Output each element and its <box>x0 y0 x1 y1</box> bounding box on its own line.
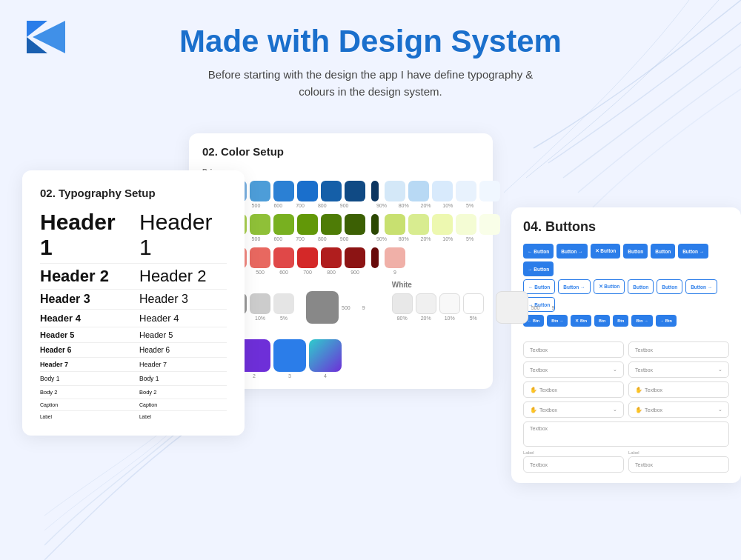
label-bold-label: Label <box>40 414 122 419</box>
btn-row-1: ← Button Button → ✕ Button Button Button… <box>523 244 729 276</box>
btn-primary-6[interactable]: Button → <box>678 244 708 259</box>
input-row-3: ✋ Textbox ✋ Textbox <box>523 381 729 398</box>
page-subtitle: Before starting with the design the app … <box>207 67 534 100</box>
input-section: Textbox Textbox Textbox ⌄ Textbox ⌄ <box>523 341 729 473</box>
white-swatches <box>392 293 484 314</box>
btn-small-7[interactable]: → Btn <box>656 315 677 327</box>
btn-primary-5[interactable]: Button <box>651 244 675 259</box>
textbox-bottom-2[interactable]: Textbox <box>628 456 729 473</box>
h7-light-label: Header 7 <box>139 361 227 368</box>
buttons-card-title: 04. Buttons <box>523 219 729 235</box>
caption-light-label: Caption <box>139 402 227 407</box>
textbox-bottom-1-label: Textbox <box>530 462 548 467</box>
person-icon-2: ✋ <box>635 387 642 393</box>
bg-arcs-bottom <box>44 427 193 560</box>
btn-small-6[interactable]: Btn → <box>631 315 652 327</box>
primary-label: Primary <box>202 168 479 176</box>
body1-light-label: Body 1 <box>139 375 227 382</box>
green-20 <box>432 214 453 235</box>
textbox-1-label: Textbox <box>530 347 548 353</box>
btn-small-4[interactable]: Btn <box>594 315 610 327</box>
gray-lighter <box>273 293 294 314</box>
lbl-500: 500 <box>247 203 266 208</box>
swatch-80 <box>408 181 429 201</box>
lbl-900: 900 <box>335 203 354 208</box>
swatch-10 <box>456 181 476 201</box>
btn-primary-4[interactable]: Button <box>623 244 648 259</box>
swatch-900 <box>345 181 365 201</box>
btn-outline-3[interactable]: ✕ Button <box>594 279 625 294</box>
lbl-600: 600 <box>268 203 288 208</box>
icon-dropdown-1-label: Textbox <box>539 407 611 413</box>
btn-outline-4[interactable]: Button <box>628 279 654 294</box>
swatch-500 <box>250 181 270 201</box>
red-900 <box>345 247 365 268</box>
textbox-bottom-1[interactable]: Textbox <box>523 456 624 473</box>
h3-light-label: Header 3 <box>139 293 227 306</box>
gray-500-swatch <box>306 291 339 324</box>
textbox-2-label: Textbox <box>635 347 653 353</box>
textbox-bottom-2-label: Textbox <box>635 462 653 467</box>
h2-light-label: Header 2 <box>139 267 227 286</box>
textarea-1[interactable]: Textbox <box>523 421 729 447</box>
lbl-10p: 10% <box>438 203 457 208</box>
green-90 <box>385 214 405 235</box>
person-icon-4: ✋ <box>635 407 642 413</box>
gray-500-swatch-area: 500 9 <box>306 291 374 324</box>
input-row-4: ✋ Textbox ⌄ ✋ Textbox ⌄ <box>523 401 729 418</box>
caption-bold-label: Caption <box>40 402 122 407</box>
icon-dropdown-1[interactable]: ✋ Textbox ⌄ <box>523 401 624 418</box>
dropdown-2[interactable]: Textbox ⌄ <box>628 361 729 378</box>
textbox-2[interactable]: Textbox <box>628 341 729 358</box>
btn-primary-7[interactable]: → Button <box>523 261 554 276</box>
typography-card: 02. Typography Setup Header 1 Header 1 H… <box>22 170 245 436</box>
page-title: Made with Design System <box>179 24 562 59</box>
green-800 <box>321 214 342 235</box>
btn-primary-1[interactable]: ← Button <box>523 244 554 259</box>
header: Made with Design System Before starting … <box>0 0 741 100</box>
h6-bold-label: Header 6 <box>40 346 122 354</box>
typo-body1: Body 1 Body 1 <box>40 375 227 382</box>
red-700 <box>297 247 318 268</box>
h4-bold-label: Header 4 <box>40 313 122 324</box>
btn-primary-2[interactable]: Button → <box>556 244 587 259</box>
red-500 <box>250 247 270 268</box>
btn-primary-3[interactable]: ✕ Button <box>591 244 621 259</box>
icon-input-1[interactable]: ✋ Textbox <box>523 381 624 398</box>
h5-bold-label: Header 5 <box>40 330 122 339</box>
lbl-80p: 80% <box>394 203 413 208</box>
typo-h4: Header 4 Header 4 <box>40 313 227 324</box>
lbl-5p: 5% <box>460 203 479 208</box>
btn-outline-6[interactable]: Button → <box>685 279 717 294</box>
h5-light-label: Header 5 <box>139 330 227 339</box>
icon-input-2[interactable]: ✋ Textbox <box>628 381 729 398</box>
btn-outline-5[interactable]: Button <box>657 279 682 294</box>
chevron-down-icon-3: ⌄ <box>613 407 617 413</box>
dropdown-1[interactable]: Textbox ⌄ <box>523 361 624 378</box>
chevron-down-icon-1: ⌄ <box>613 367 617 373</box>
chevron-down-icon-4: ⌄ <box>718 407 722 413</box>
textbox-1[interactable]: Textbox <box>523 341 624 358</box>
btn-small-5[interactable]: Btn <box>613 315 628 327</box>
typo-h2: Header 2 Header 2 <box>40 267 227 286</box>
typo-body2: Body 2 Body 2 <box>40 389 227 396</box>
input-row-2: Textbox ⌄ Textbox ⌄ <box>523 361 729 378</box>
red-800 <box>321 247 342 268</box>
gray-light <box>250 293 270 314</box>
input-row-1: Textbox Textbox <box>523 341 729 358</box>
green-5 <box>479 214 500 235</box>
btn-small-3[interactable]: ✕ Btn <box>571 315 591 327</box>
dropdown-1-label: Textbox <box>530 367 548 373</box>
green-80 <box>408 214 429 235</box>
white-500-swatch <box>496 291 528 324</box>
icon-dropdown-2[interactable]: ✋ Textbox ⌄ <box>628 401 729 418</box>
swatch-5 <box>479 181 500 201</box>
lbl-800: 800 <box>313 203 332 208</box>
chevron-down-icon-2: ⌄ <box>718 367 722 373</box>
swatch-700 <box>297 181 318 201</box>
lbl-90p: 90% <box>372 203 391 208</box>
h1-bold-label: Header 1 <box>40 210 122 260</box>
typo-label: Label Label <box>40 414 227 419</box>
swatch-600 <box>273 181 294 201</box>
red-90 <box>385 247 405 268</box>
